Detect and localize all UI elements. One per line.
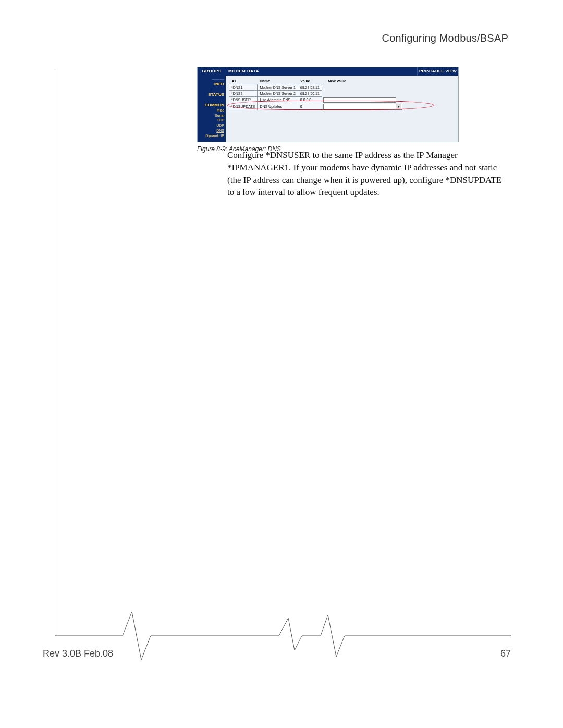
acemanager-figure: GROUPS MODEM DATA PRINTABLE VIEW -------… [197,67,458,153]
table-row: *DNS1 Modem DNS Server 1 68.28.58.11 [229,84,403,91]
table-row: *DNS2 Modem DNS Server 2 68.28.50.11 [229,91,403,97]
table-row: *DNSUSER Use Alternate DNS 0.0.0.0 [229,97,403,103]
body-paragraph: Configure *DNSUSER to the same IP addres… [227,149,510,199]
titlebar-groups[interactable]: GROUPS [198,67,226,76]
sidebar-item-dynamic-ip[interactable]: Dynamic IP [199,133,224,139]
cell-name: Modem DNS Server 2 [258,91,298,97]
cell-at: *DNS1 [229,84,258,91]
frame-vertical-rule [55,68,55,636]
sidebar-common[interactable]: COMMON [199,102,224,108]
col-value: Value [298,78,322,84]
cell-value: 68.28.58.11 [298,84,322,91]
cell-at: *DNS2 [229,91,258,97]
cell-at: *DNSUPDATE [229,103,258,110]
dns-table: AT Name Value New Value *DNS1 Modem DNS … [229,78,403,110]
heartbeat-decoration [55,608,511,665]
cell-name: DNS Updates [258,103,298,110]
cell-value: 0 [298,103,322,110]
sidebar-separator: ---------------- [199,77,224,81]
sidebar-item-misc[interactable]: Misc [199,108,224,113]
acemanager-app: GROUPS MODEM DATA PRINTABLE VIEW -------… [197,67,459,142]
sidebar-separator: ---------------- [199,88,224,92]
cell-new-value [322,103,403,110]
sidebar-item-udp[interactable]: UDP [199,123,224,128]
titlebar-printable-view[interactable]: PRINTABLE VIEW [417,67,458,76]
titlebar: GROUPS MODEM DATA PRINTABLE VIEW [198,67,458,76]
col-name: Name [258,78,298,84]
titlebar-modem-data: MODEM DATA [226,67,417,76]
col-at: AT [229,78,258,84]
sidebar-info[interactable]: INFO [199,81,224,87]
sidebar-separator: ---------------- [199,97,224,102]
sidebar: ---------------- INFO ---------------- S… [198,76,226,142]
content-panel: AT Name Value New Value *DNS1 Modem DNS … [226,76,458,142]
cell-new-value [322,97,403,103]
table-header-row: AT Name Value New Value [229,78,403,84]
cell-value: 0.0.0.0 [298,97,322,103]
table-row: *DNSUPDATE DNS Updates 0 [229,103,403,110]
cell-name: Modem DNS Server 1 [258,84,298,91]
col-new-value: New Value [322,78,403,84]
page-header-title: Configuring Modbus/BSAP [382,32,508,44]
dnsupdate-select[interactable] [323,104,402,110]
cell-name: Use Alternate DNS [258,97,298,103]
sidebar-item-dns[interactable]: DNS [199,128,224,133]
dnsuser-input[interactable] [323,97,396,103]
sidebar-item-serial[interactable]: Serial [199,113,224,118]
sidebar-item-tcp[interactable]: TCP [199,118,224,123]
sidebar-status[interactable]: STATUS [199,92,224,97]
cell-at: *DNSUSER [229,97,258,103]
cell-value: 68.28.50.11 [298,91,322,97]
